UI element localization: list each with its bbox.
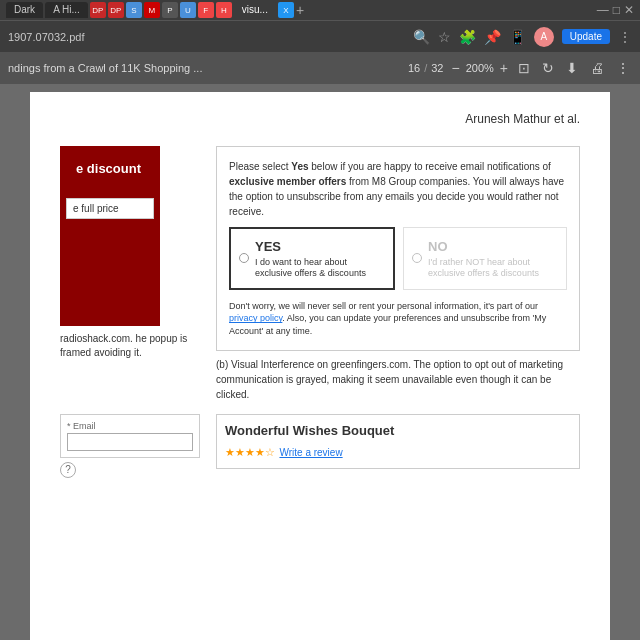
bookmark-icon[interactable]: ☆ <box>438 29 451 45</box>
rotate-icon[interactable]: ↻ <box>540 60 556 76</box>
email-label: * Email <box>67 421 193 431</box>
tab-hi[interactable]: A Hi... <box>45 2 88 18</box>
help-icon[interactable]: ? <box>60 462 76 478</box>
product-section: Wonderful Wishes Bouquet ★★★★☆ Write a r… <box>216 414 580 478</box>
popup-offers-text: exclusive member offers <box>229 176 346 187</box>
popup-title: Please select Yes below if you are happy… <box>229 159 567 219</box>
pdf-breadcrumb: ndings from a Crawl of 11K Shopping ... <box>8 62 402 74</box>
author-line: Arunesh Mathur et al. <box>60 112 580 126</box>
tab-path[interactable]: P <box>162 2 178 18</box>
privacy-policy-link[interactable]: privacy policy <box>229 313 282 323</box>
pdf-current-page: 16 <box>408 62 420 74</box>
zoom-level: 200% <box>466 62 494 74</box>
no-text: I'd rather NOT hear about exclusive offe… <box>428 257 558 280</box>
pdf-zoom-controls: − 200% + <box>449 60 510 76</box>
no-radio[interactable] <box>412 253 422 263</box>
popup-no-option[interactable]: NO I'd rather NOT hear about exclusive o… <box>403 227 567 290</box>
tab-visu[interactable]: visu... <box>234 2 276 18</box>
product-rating: ★★★★☆ Write a review <box>225 442 571 460</box>
yes-label-group: YES I do want to hear about exclusive of… <box>255 237 385 280</box>
zoom-in-button[interactable]: + <box>498 60 510 76</box>
bottom-row: * Email ? Wonderful Wishes Bouquet ★★★★☆… <box>60 414 580 478</box>
avatar[interactable]: A <box>534 27 554 47</box>
browser-tabs: Dark A Hi... DP DP S M P U F H visu... X… <box>0 0 640 20</box>
phone-icon[interactable]: 📱 <box>509 29 526 45</box>
maximize-icon[interactable]: □ <box>613 3 620 17</box>
no-label-group: NO I'd rather NOT hear about exclusive o… <box>428 237 558 280</box>
tab-ma[interactable]: M <box>144 2 160 18</box>
pdf-content-area: Arunesh Mathur et al. e discount e full … <box>0 84 640 640</box>
caption-right: (b) Visual Interference on greenfingers.… <box>216 357 580 402</box>
yes-label: YES <box>255 237 385 257</box>
pdf-total-pages: 32 <box>431 62 443 74</box>
tab-x[interactable]: X <box>278 2 294 18</box>
write-review-link[interactable]: Write a review <box>279 447 342 458</box>
tab-dark[interactable]: Dark <box>6 2 43 18</box>
discount-text: e discount <box>68 152 152 186</box>
popup-options: YES I do want to hear about exclusive of… <box>229 227 567 290</box>
tab-dp1[interactable]: DP <box>90 2 106 18</box>
popup-yes-word: Yes <box>291 161 308 172</box>
yes-radio[interactable] <box>239 253 249 263</box>
tab-final[interactable]: F <box>198 2 214 18</box>
popup-box: Please select Yes below if you are happy… <box>216 146 580 351</box>
price-text: e full price <box>73 203 147 214</box>
tab-awa[interactable]: U <box>180 2 196 18</box>
yes-text: I do want to hear about exclusive offers… <box>255 257 385 280</box>
toolbar-icons: 🔍 ☆ 🧩 📌 📱 A Update ⋮ <box>413 27 632 47</box>
popup-yes-option[interactable]: YES I do want to hear about exclusive of… <box>229 227 395 290</box>
zoom-out-button[interactable]: − <box>449 60 461 76</box>
product-box: Wonderful Wishes Bouquet ★★★★☆ Write a r… <box>216 414 580 469</box>
author-text: Arunesh Mathur et al. <box>465 112 580 126</box>
email-input-area: * Email <box>60 414 200 458</box>
figure-right: Please select Yes below if you are happy… <box>216 146 580 402</box>
new-tab-button[interactable]: + <box>296 2 304 18</box>
browser-toolbar: 1907.07032.pdf 🔍 ☆ 🧩 📌 📱 A Update ⋮ <box>0 20 640 52</box>
tab-bar[interactable]: Dark A Hi... DP DP S M P U F H visu... X… <box>6 2 304 18</box>
pdf-navigation: 16 / 32 <box>408 62 444 74</box>
popup-title-rest: below if you are happy to receive email … <box>309 161 551 172</box>
fit-page-icon[interactable]: ⊡ <box>516 60 532 76</box>
menu-icon[interactable]: ⋮ <box>618 29 632 45</box>
pdf-right-icons: ⊡ ↻ ⬇ 🖨 ⋮ <box>516 60 632 76</box>
tab-how[interactable]: H <box>216 2 232 18</box>
pin-icon[interactable]: 📌 <box>484 29 501 45</box>
email-section: * Email ? <box>60 414 200 478</box>
pdf-page-separator: / <box>424 62 427 74</box>
search-icon[interactable]: 🔍 <box>413 29 430 45</box>
radioshack-ad: e discount e full price <box>60 146 160 326</box>
no-label: NO <box>428 237 558 257</box>
caption-left: radioshack.com. he popup is framed avoid… <box>60 332 200 360</box>
tab-search[interactable]: S <box>126 2 142 18</box>
minimize-icon[interactable]: — <box>597 3 609 17</box>
product-stars: ★★★★☆ <box>225 446 275 458</box>
popup-footer-text: Don't worry, we will never sell or rent … <box>229 301 538 311</box>
product-title: Wonderful Wishes Bouquet <box>225 423 571 438</box>
pdf-page: Arunesh Mathur et al. e discount e full … <box>30 92 610 640</box>
extensions-icon[interactable]: 🧩 <box>459 29 476 45</box>
toolbar-filename: 1907.07032.pdf <box>8 31 407 43</box>
update-button[interactable]: Update <box>562 29 610 44</box>
figures-row: e discount e full price radioshack.com. … <box>60 146 580 402</box>
more-icon[interactable]: ⋮ <box>614 60 632 76</box>
popup-footer: Don't worry, we will never sell or rent … <box>229 300 567 338</box>
download-icon[interactable]: ⬇ <box>564 60 580 76</box>
print-icon[interactable]: 🖨 <box>588 60 606 76</box>
tab-dp2[interactable]: DP <box>108 2 124 18</box>
email-field[interactable] <box>67 433 193 451</box>
pdf-toolbar: ndings from a Crawl of 11K Shopping ... … <box>0 52 640 84</box>
figure-left: e discount e full price radioshack.com. … <box>60 146 200 402</box>
popup-title-text: Please select <box>229 161 291 172</box>
close-icon[interactable]: ✕ <box>624 3 634 17</box>
